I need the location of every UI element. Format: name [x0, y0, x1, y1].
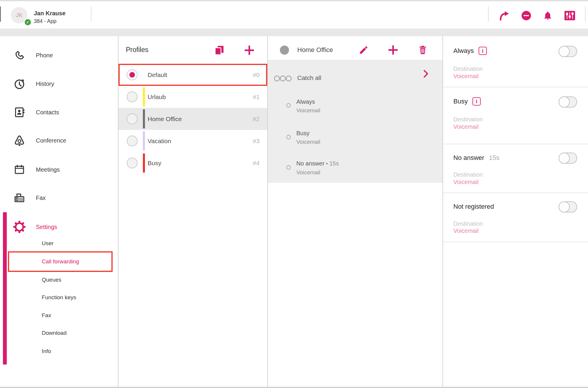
- toggle-knob: [559, 201, 570, 213]
- destination-label: Destination: [453, 66, 483, 72]
- no-answer-toggle[interactable]: [559, 153, 577, 164]
- rule-destination: Voicemail: [296, 169, 320, 176]
- rule-title: Busy: [296, 130, 309, 137]
- notifications-icon[interactable]: [541, 10, 554, 21]
- busy-toggle[interactable]: [559, 96, 577, 108]
- chevron-right-icon[interactable]: [423, 70, 429, 78]
- sidebar-item-queues[interactable]: Queues: [0, 274, 118, 286]
- always-toggle[interactable]: [559, 46, 577, 57]
- profile-radio[interactable]: [127, 158, 138, 168]
- sidebar-item-function-keys[interactable]: Function keys: [0, 292, 118, 303]
- sidebar-item-download[interactable]: Download: [0, 327, 118, 339]
- destination-label: Destination: [453, 171, 483, 178]
- header: JK ✓ Jan Krause 384 - App: [0, 1, 588, 29]
- catch-all-section: Catch all Always Voicemail Busy Voicemai…: [268, 60, 442, 183]
- profile-name: Vacation: [148, 138, 171, 145]
- user-name: Jan Krause: [34, 10, 66, 17]
- header-divider: [488, 6, 489, 22]
- status-badge: ✓: [24, 18, 32, 26]
- forward-call-icon[interactable]: [498, 10, 511, 21]
- audio-settings-icon[interactable]: [563, 10, 576, 21]
- profile-radio[interactable]: [127, 69, 138, 80]
- settings-icon: [13, 220, 26, 233]
- forwarding-title: Busy i: [453, 97, 481, 106]
- sidebar-item-history[interactable]: History: [0, 77, 118, 91]
- softphone-app: JK ✓ Jan Krause 384 - App: [0, 0, 588, 388]
- profile-name: Busy: [148, 160, 161, 167]
- sidebar-item-conference[interactable]: Conference: [0, 133, 118, 148]
- edit-profile-icon[interactable]: [357, 44, 370, 56]
- profiles-panel: Profiles Default #0 Urlaub #1: [118, 36, 268, 387]
- forwarding-title: No answer 15s: [453, 154, 500, 162]
- profile-row-default[interactable]: Default #0: [118, 64, 267, 86]
- info-icon[interactable]: i: [479, 47, 487, 55]
- profile-number: #3: [253, 138, 260, 145]
- rule-bullet-icon: [286, 135, 291, 139]
- profile-row-vacation[interactable]: Vacation #3: [118, 130, 267, 152]
- rule-title: Always: [296, 98, 315, 105]
- conference-icon: [13, 134, 26, 147]
- sidebar-item-meetings[interactable]: Meetings: [0, 163, 118, 177]
- delete-profile-icon[interactable]: [416, 44, 429, 56]
- info-icon[interactable]: i: [472, 97, 481, 106]
- sidebar-item-label: Fax: [36, 195, 46, 201]
- profile-row-urlaub[interactable]: Urlaub #1: [118, 86, 267, 108]
- section-divider: [443, 193, 588, 193]
- sidebar-subitem-label: Fax: [42, 312, 51, 319]
- header-content-divider: [0, 29, 588, 36]
- window-bottom-edge: [0, 387, 588, 388]
- contacts-icon: [13, 106, 26, 119]
- profile-color-bar: [143, 109, 145, 128]
- do-not-disturb-icon[interactable]: [520, 10, 533, 21]
- forwarding-title: Not registered: [453, 203, 494, 210]
- sidebar-subitem-label: User: [42, 240, 54, 247]
- sidebar-item-label: History: [36, 81, 54, 87]
- forwarding-title: Always i: [453, 47, 487, 55]
- rule-timeout: 15s: [329, 160, 339, 167]
- add-profile-icon[interactable]: [243, 44, 256, 56]
- sidebar-item-fax[interactable]: Fax: [0, 191, 118, 205]
- fax-icon: [13, 191, 26, 204]
- profile-color-bar: [143, 131, 145, 150]
- sidebar-item-settings[interactable]: Settings: [0, 220, 118, 234]
- section-divider: [443, 144, 588, 144]
- sidebar-item-phone[interactable]: Phone: [0, 48, 118, 62]
- phone-icon: [13, 49, 26, 62]
- profile-color-dot: [280, 46, 289, 55]
- profile-row-home-office[interactable]: Home Office #2: [118, 108, 267, 130]
- profile-number: #1: [253, 93, 260, 101]
- avatar-initials: JK: [16, 12, 22, 19]
- profile-radio[interactable]: [127, 136, 138, 146]
- profile-number: #0: [253, 71, 260, 78]
- profile-row-busy[interactable]: Busy #4: [118, 152, 267, 174]
- main-area: Phone History Contacts Conference: [0, 36, 588, 387]
- toggle-knob: [559, 46, 570, 57]
- add-rule-icon[interactable]: [387, 44, 400, 56]
- sidebar-item-info[interactable]: Info: [0, 345, 118, 357]
- sidebar-item-label: Meetings: [36, 166, 60, 173]
- sidebar-item-call-forwarding[interactable]: Call forwarding: [0, 256, 118, 267]
- not-registered-toggle[interactable]: [559, 201, 577, 213]
- sidebar-item-contacts[interactable]: Contacts: [0, 105, 118, 119]
- destination-label: Destination: [453, 220, 483, 227]
- profile-number: #4: [253, 160, 260, 167]
- profile-detail-panel: Home Office Catch all: [268, 36, 443, 387]
- user-extension: 384 - App: [34, 18, 56, 24]
- rule-bullet-icon: [286, 165, 291, 170]
- sidebar-item-fax-settings[interactable]: Fax: [0, 310, 118, 321]
- destination-value: Voicemail: [453, 73, 479, 80]
- rule-destination: Voicemail: [296, 139, 320, 145]
- sidebar-subitem-label: Call forwarding: [42, 258, 79, 265]
- sidebar-subitem-label: Queues: [42, 277, 61, 283]
- copy-profile-icon[interactable]: [213, 44, 226, 56]
- rule-separator: ▪: [325, 161, 330, 166]
- profile-radio[interactable]: [127, 91, 138, 102]
- profile-detail-title: Home Office: [297, 46, 333, 54]
- destination-label: Destination: [453, 116, 483, 123]
- sidebar-active-section-bar: [3, 212, 7, 364]
- no-answer-timeout: 15s: [489, 154, 499, 162]
- profile-name: Home Office: [148, 116, 182, 123]
- sidebar-item-label: Conference: [36, 137, 66, 144]
- profile-radio[interactable]: [127, 113, 138, 124]
- sidebar-item-user[interactable]: User: [0, 238, 118, 249]
